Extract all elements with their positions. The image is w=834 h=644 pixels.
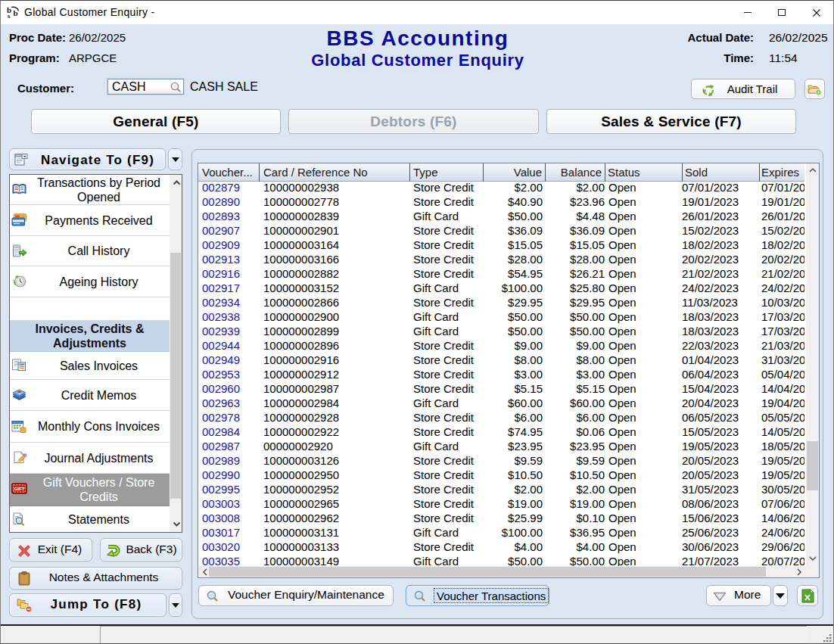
svg-text:GIFT: GIFT (14, 487, 25, 491)
svg-text:s: s (8, 12, 11, 20)
